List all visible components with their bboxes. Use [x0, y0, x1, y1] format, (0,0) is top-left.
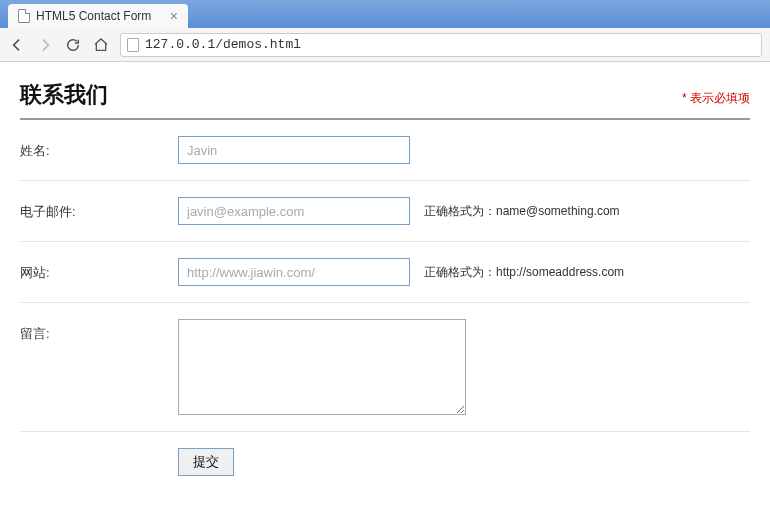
forward-button[interactable]	[36, 36, 54, 54]
page-title: 联系我们	[20, 80, 108, 110]
form-row-name: 姓名:	[20, 120, 750, 181]
page-icon	[127, 38, 139, 52]
message-textarea[interactable]	[178, 319, 466, 415]
page-content: 联系我们 表示必填项 姓名: 电子邮件: 正确格式为：name@somethin…	[0, 62, 770, 494]
email-label: 电子邮件:	[20, 197, 178, 221]
page-header: 联系我们 表示必填项	[20, 80, 750, 120]
back-button[interactable]	[8, 36, 26, 54]
browser-toolbar: 127.0.0.1/demos.html	[0, 28, 770, 62]
url-text: 127.0.0.1/demos.html	[145, 37, 301, 52]
browser-window: HTML5 Contact Form × 127.0.0.1/demos.htm…	[0, 0, 770, 494]
website-label: 网站:	[20, 258, 178, 282]
home-button[interactable]	[92, 36, 110, 54]
email-input[interactable]	[178, 197, 410, 225]
message-label: 留言:	[20, 319, 178, 343]
address-bar[interactable]: 127.0.0.1/demos.html	[120, 33, 762, 57]
email-hint: 正确格式为：name@something.com	[424, 203, 620, 220]
tab-bar: HTML5 Contact Form ×	[0, 0, 770, 28]
form-row-website: 网站: 正确格式为：http://someaddress.com	[20, 242, 750, 303]
close-icon[interactable]: ×	[170, 9, 178, 23]
tab-title: HTML5 Contact Form	[36, 9, 151, 23]
required-note: 表示必填项	[682, 90, 750, 107]
form-row-message: 留言:	[20, 303, 750, 432]
submit-button[interactable]: 提交	[178, 448, 234, 476]
website-input[interactable]	[178, 258, 410, 286]
name-label: 姓名:	[20, 136, 178, 160]
file-icon	[18, 9, 30, 23]
submit-row: 提交	[20, 432, 750, 476]
website-hint: 正确格式为：http://someaddress.com	[424, 264, 624, 281]
name-input[interactable]	[178, 136, 410, 164]
form-row-email: 电子邮件: 正确格式为：name@something.com	[20, 181, 750, 242]
reload-button[interactable]	[64, 36, 82, 54]
browser-tab[interactable]: HTML5 Contact Form ×	[8, 4, 188, 28]
